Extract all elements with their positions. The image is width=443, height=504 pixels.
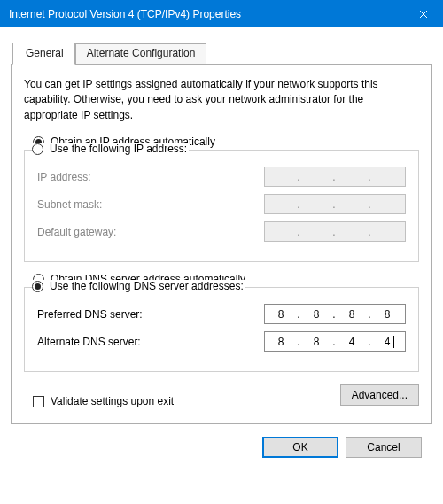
dialog-content: General Alternate Configuration You can …	[0, 27, 443, 469]
input-subnet-mask: . . .	[264, 194, 406, 214]
radio-ip-manual[interactable]: Use the following IP address:	[32, 143, 187, 155]
label-default-gateway: Default gateway:	[37, 226, 264, 238]
label-subnet-mask: Subnet mask:	[37, 198, 264, 211]
radio-icon	[32, 281, 43, 292]
titlebar: Internet Protocol Version 4 (TCP/IPv4) P…	[0, 0, 443, 27]
input-ip-address: . . .	[264, 167, 406, 187]
input-default-gateway: . . .	[264, 221, 406, 242]
group-ip-manual: Use the following IP address: IP address…	[24, 150, 419, 262]
tab-alternate-configuration[interactable]: Alternate Configuration	[75, 43, 207, 66]
radio-icon	[32, 143, 43, 155]
tab-strip: General Alternate Configuration	[14, 42, 432, 64]
radio-label: Use the following IP address:	[50, 143, 187, 155]
description-text: You can get IP settings assigned automat…	[24, 77, 419, 123]
tab-general[interactable]: General	[12, 43, 75, 65]
checkbox-icon	[33, 396, 44, 407]
label-alternate-dns: Alternate DNS server:	[37, 336, 264, 348]
window-title: Internet Protocol Version 4 (TCP/IPv4) P…	[9, 8, 241, 20]
close-icon	[419, 10, 428, 19]
checkbox-label: Validate settings upon exit	[51, 395, 174, 407]
input-alternate-dns[interactable]: 8. 8. 4. 4	[264, 331, 406, 352]
tab-panel-general: You can get IP settings assigned automat…	[11, 64, 432, 424]
input-preferred-dns[interactable]: 8. 8. 8. 8	[264, 304, 406, 324]
checkbox-validate-settings[interactable]: Validate settings upon exit	[33, 395, 174, 407]
text-cursor	[393, 336, 394, 348]
radio-dns-manual[interactable]: Use the following DNS server addresses:	[32, 280, 244, 292]
ok-button[interactable]: OK	[262, 437, 338, 458]
label-preferred-dns: Preferred DNS server:	[37, 308, 264, 321]
label-ip-address: IP address:	[37, 171, 264, 183]
radio-label: Use the following DNS server addresses:	[50, 280, 244, 292]
dialog-footer: OK Cancel	[11, 424, 432, 458]
close-button[interactable]	[403, 0, 443, 27]
advanced-button[interactable]: Advanced...	[340, 384, 419, 406]
cancel-button[interactable]: Cancel	[346, 437, 422, 458]
group-dns-manual: Use the following DNS server addresses: …	[24, 287, 419, 372]
